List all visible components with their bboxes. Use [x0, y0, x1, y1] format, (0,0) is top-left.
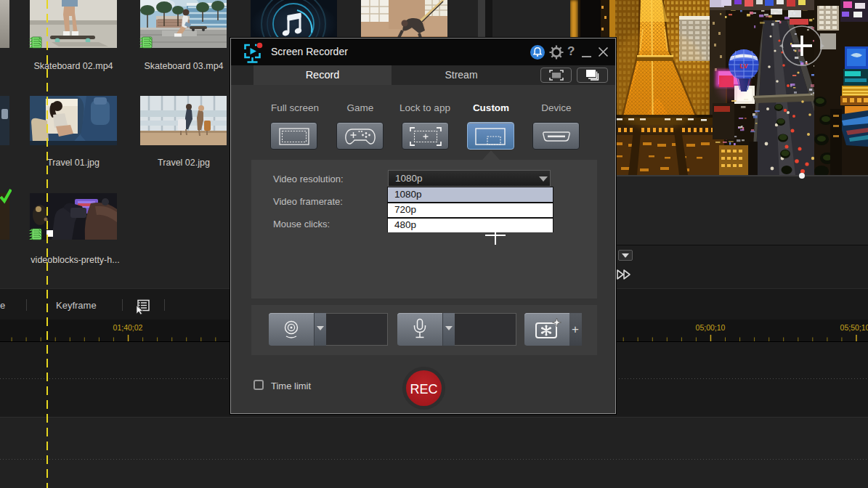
svg-text:01;40;02: 01;40;02 — [113, 323, 143, 332]
svg-text:05;00;10: 05;00;10 — [696, 323, 726, 332]
svg-text:05;50;10: 05;50;10 — [840, 323, 868, 332]
